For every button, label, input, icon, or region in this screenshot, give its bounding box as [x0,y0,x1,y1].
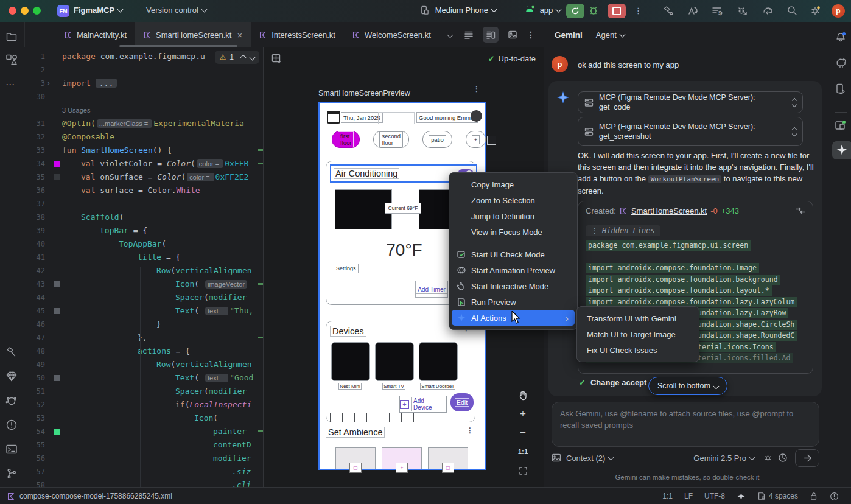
add-device-button[interactable]: + Add Device [399,396,447,413]
zoom-fit-button[interactable] [516,464,530,477]
window-minimize-button[interactable] [21,7,29,15]
device-manager-button[interactable] [835,83,848,96]
code-editor[interactable]: 1package com.example.figmamcp.u23›import… [24,47,263,487]
device-card-smart-doorbell[interactable]: Smart Doorbell [419,342,457,390]
preview-options-button[interactable]: ⋮ [473,88,480,90]
submenu-item-fix-ui-check-issues[interactable]: Fix UI Check Issues [580,342,696,358]
indent-widget[interactable]: 4 spaces [757,492,798,500]
room-chip-patio[interactable]: patio [422,131,452,148]
ambience-swatch[interactable]: ▢ [428,447,468,469]
hidden-tabs-chevron[interactable] [447,32,453,38]
model-selector[interactable]: Gemini 2.5 Pro [693,453,754,463]
scroll-to-bottom-button[interactable]: Scroll to bottom [648,377,727,395]
gemini-input[interactable] [552,402,819,447]
menu-item-start-ui-check-mode[interactable]: Start UI Check Mode [452,247,575,262]
tool-call-get-screenshot[interactable]: MCP (Figma Remote Dev Mode MCP Server): … [578,117,803,146]
tab-strip-scrollbar[interactable] [119,45,237,47]
attach-image-icon[interactable] [552,453,561,463]
ambience-options-icon[interactable]: ⋮ [466,429,474,432]
context-dropdown[interactable]: Context (2) [566,453,613,463]
tab-interestsscreen-kt[interactable]: InterestsScreen.kt [251,22,344,47]
room-chip-first-floor[interactable]: first floor [332,131,360,148]
next-problem-icon[interactable] [250,54,256,60]
ai-status-icon[interactable] [737,492,746,501]
design-view-button[interactable] [505,27,520,43]
logcat-tool-button[interactable] [5,394,19,408]
submenu-item-transform-ui-with-gemini[interactable]: Transform UI with Gemini [580,310,696,326]
tab-welcomescreen-kt[interactable]: WelcomeScreen.kt [344,22,440,47]
git-tool-button[interactable] [5,467,19,481]
lock-widget[interactable] [810,492,818,500]
device-selector[interactable]: Medium Phone [420,5,496,15]
window-zoom-button[interactable] [33,7,41,15]
settings-button[interactable] [810,5,821,16]
more-tool-windows-button[interactable]: ⋯ [5,79,19,93]
encoding[interactable]: UTF-8 [704,492,725,500]
edit-devices-button[interactable]: Edit [450,393,474,411]
pan-button[interactable] [516,388,530,402]
rerun-button[interactable] [566,4,584,18]
project-menu[interactable]: FigmaMCP [74,5,122,15]
vcs-menu[interactable]: Version control [146,5,206,15]
ambience-swatch[interactable]: ▢ [335,447,376,469]
window-close-button[interactable] [9,7,16,15]
split-view-button[interactable] [483,27,499,43]
running-devices-button[interactable] [835,119,848,133]
preview-title[interactable]: SmartHomeScreenPreview [318,89,410,97]
notifications-widget[interactable] [830,492,839,501]
ac-settings-label[interactable]: Settings [334,264,359,273]
resource-manager-button[interactable] [5,54,19,67]
expand-icon[interactable] [793,99,796,107]
menu-item-start-interactive-mode[interactable]: Start Interactive Mode [452,278,575,294]
logcat-button[interactable]: 5 [711,5,723,16]
fold-icon[interactable]: › [45,77,52,90]
line-ending[interactable]: LF [684,492,693,500]
history-icon[interactable] [778,453,788,463]
menu-item-copy-image[interactable]: Copy Image [452,177,575,192]
hidden-lines-chip[interactable]: ⋮Hidden Lines [586,225,660,236]
ambience-swatch[interactable]: + [382,447,422,469]
inspection-widget[interactable]: ⚠1 [215,51,259,64]
code-view-button[interactable] [461,27,477,43]
device-card-smart-tv[interactable]: Smart TV [375,342,413,390]
notifications-button[interactable] [835,32,848,45]
preview-layout-button[interactable] [271,53,282,64]
prev-problem-icon[interactable] [240,54,247,60]
build-button[interactable] [662,5,674,16]
gradle-button[interactable] [835,57,848,71]
caret-position[interactable]: 1:1 [662,492,673,500]
status-file[interactable]: compose-compose-model-1758866285245.xml [7,492,172,500]
run-config-selector[interactable]: app [525,5,561,15]
tab-smarthomescreen-kt[interactable]: SmartHomeScreen.kt× [135,22,251,47]
resize-knob[interactable] [487,136,496,145]
debug-button[interactable] [588,5,599,16]
project-tool-button[interactable] [5,30,19,44]
submenu-item-match-ui-to-target-image[interactable]: Match UI to Target Image [580,326,696,342]
attach-debugger-button[interactable] [737,5,748,16]
menu-item-zoom-to-selection[interactable]: Zoom to Selection [452,192,575,208]
user-avatar[interactable]: p [832,4,845,18]
profiler-button[interactable] [687,5,698,16]
problems-tool-button[interactable] [5,419,19,432]
tab-close-icon[interactable]: × [237,30,242,40]
gemini-mode-selector[interactable]: Agent [596,30,625,40]
send-button[interactable] [795,449,819,467]
gemini-settings-icon[interactable] [763,453,773,463]
created-file-link[interactable]: SmartHomeScreen.kt [631,206,707,215]
selection-handle[interactable] [474,131,500,149]
build-tool-button[interactable] [5,346,19,359]
room-chip-second-floor[interactable]: second floor [373,131,409,148]
tool-call-get-code[interactable]: MCP (Figma Remote Dev Mode MCP Server): … [578,91,803,113]
zoom-in-button[interactable]: + [516,407,530,421]
gemini-tool-button[interactable] [832,141,851,159]
run-more-actions[interactable]: ⋮ [634,6,642,15]
expand-icon[interactable] [793,128,796,136]
zoom-reset-button[interactable]: 1:1 [516,445,530,458]
menu-item-start-animation-preview[interactable]: Start Animation Preview [452,262,575,278]
tab-mainactivity-kt[interactable]: MainActivity.kt [56,22,135,47]
device-mirror-button[interactable] [762,5,774,16]
open-diff-icon[interactable] [796,206,805,215]
search-everywhere-button[interactable] [786,5,797,16]
menu-item-run-preview[interactable]: Run Preview [452,294,575,310]
zoom-out-button[interactable]: − [516,426,530,439]
